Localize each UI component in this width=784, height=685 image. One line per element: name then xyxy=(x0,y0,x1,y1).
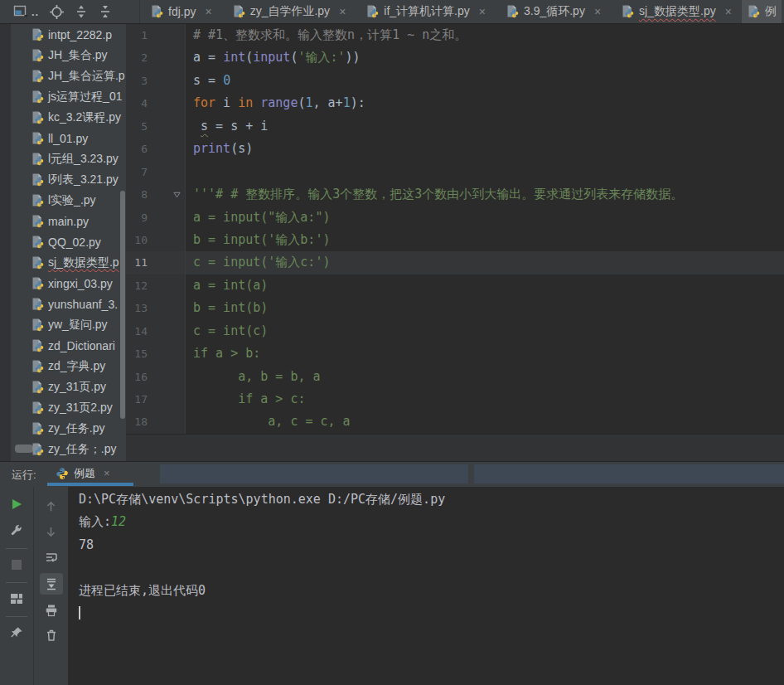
tree-horizontal-scrollbar[interactable] xyxy=(15,445,33,453)
soft-wrap-button[interactable] xyxy=(40,547,63,568)
code-text: if a > c: xyxy=(186,388,305,411)
run-tab-example[interactable]: 例题 × xyxy=(47,462,119,484)
code-text: c = input('输入c:') xyxy=(186,251,330,274)
editor-line-13[interactable]: 13b = int(b) xyxy=(126,297,784,319)
tree-item-kc_3.2课程.py[interactable]: kc_3.2课程.py xyxy=(0,107,126,128)
rerun-button[interactable] xyxy=(5,493,28,515)
toolbar-divider xyxy=(6,548,27,549)
close-tab-icon[interactable]: × xyxy=(339,5,346,18)
editor-line-3[interactable]: 3s = 0 xyxy=(126,70,784,92)
editor-tab-5[interactable]: sj_数据类型.py× xyxy=(611,0,742,23)
next-occurrence-button[interactable] xyxy=(40,521,63,542)
tree-item-zd_字典.py[interactable]: zd_字典.py xyxy=(0,356,126,377)
tree-item-QQ_02.py[interactable]: QQ_02.py xyxy=(0,231,126,252)
run-console-output[interactable]: D:\PC存储\venv\Scripts\python.exe D:/PC存储/… xyxy=(68,487,784,685)
project-dots-label: .. xyxy=(31,6,39,18)
line-number: 2 xyxy=(126,46,148,69)
tree-item-zd_Dictionari[interactable]: zd_Dictionari xyxy=(0,335,126,356)
line-number: 12 xyxy=(126,274,148,297)
code-text: a, c = c, a xyxy=(186,411,351,433)
editor-line-5[interactable]: 5 s = s + i xyxy=(126,115,784,138)
close-tab-icon[interactable]: × xyxy=(594,5,601,18)
python-icon xyxy=(56,467,69,480)
prev-occurrence-button[interactable] xyxy=(40,495,63,517)
editor-line-4[interactable]: 4for i in range(1, a+1): xyxy=(126,92,784,114)
code-editor[interactable]: 1# #1、整数求和。输入整数n，计算1 ~ n之和。2a = int(inpu… xyxy=(126,24,784,434)
tree-item-intpt_2282.p[interactable]: intpt_2282.p xyxy=(0,24,126,45)
pin-tab-button[interactable] xyxy=(5,622,28,644)
fold-arrow-icon[interactable] xyxy=(173,192,181,198)
tree-item-zy_任务.py[interactable]: zy_任务.py xyxy=(0,418,126,439)
editor-tab-6[interactable]: 例 xyxy=(742,0,782,23)
clear-all-button[interactable] xyxy=(40,624,63,646)
project-view-button[interactable]: .. xyxy=(13,5,39,18)
editor-line-9[interactable]: 9a = input("输入a:") xyxy=(126,206,784,229)
editor-tab-1[interactable]: fdj.py× xyxy=(140,0,222,23)
close-run-tab-icon[interactable]: × xyxy=(104,467,110,479)
editor-line-11[interactable]: 11c = input('输入c:') xyxy=(126,251,784,274)
console-line-1: D:\PC存储\venv\Scripts\python.exe D:/PC存储/… xyxy=(79,488,784,511)
editor-line-14[interactable]: 14c = int(c) xyxy=(126,320,784,342)
tree-item-label: JH_集合.py xyxy=(48,48,108,63)
code-text: b = int(b) xyxy=(186,297,268,319)
editor-tab-2[interactable]: zy_自学作业.py× xyxy=(222,0,356,23)
scroll-to-end-button[interactable] xyxy=(40,573,63,595)
tree-item-l列表_3.21.py[interactable]: l列表_3.21.py xyxy=(0,169,126,190)
editor-line-18[interactable]: 18 a, c = c, a xyxy=(126,411,784,433)
python-file-icon xyxy=(31,422,44,435)
tree-item-JH_集合运算.p[interactable]: JH_集合运算.p xyxy=(0,66,126,86)
tree-item-yunshuanf_3.[interactable]: yunshuanf_3. xyxy=(0,294,126,314)
editor-line-15[interactable]: 15if a > b: xyxy=(126,342,784,365)
editor-line-1[interactable]: 1# #1、整数求和。输入整数n，计算1 ~ n之和。 xyxy=(126,24,784,46)
editor-tab-3[interactable]: if_计算机计算.py× xyxy=(356,0,496,23)
collapse-all-button[interactable] xyxy=(99,5,112,18)
gutter: 18 xyxy=(126,411,186,433)
tree-item-main.py[interactable]: main.py xyxy=(0,211,126,231)
gutter: 17 xyxy=(126,388,186,411)
editor-line-16[interactable]: 16 a, b = b, a xyxy=(126,366,784,388)
tree-item-JH_集合.py[interactable]: JH_集合.py xyxy=(0,45,126,66)
python-file-icon xyxy=(31,339,44,352)
line-number: 16 xyxy=(126,366,148,388)
editor-line-17[interactable]: 17 if a > c: xyxy=(126,388,784,411)
code-text: a = int(input('输入:')) xyxy=(186,46,361,69)
tree-item-label: main.py xyxy=(48,215,89,228)
tree-vertical-scrollbar[interactable] xyxy=(120,191,125,419)
code-text: # #1、整数求和。输入整数n，计算1 ~ n之和。 xyxy=(186,24,467,46)
stop-button[interactable] xyxy=(5,554,28,576)
print-button[interactable] xyxy=(40,600,63,621)
settings-button[interactable] xyxy=(5,520,28,542)
tree-item-sj_数据类型.p[interactable]: sj_数据类型.p xyxy=(0,252,126,273)
editor-line-7[interactable]: 7 xyxy=(126,161,784,183)
tree-item-ll_01.py[interactable]: ll_01.py xyxy=(0,128,126,148)
restore-layout-button[interactable] xyxy=(5,588,28,610)
code-text xyxy=(186,161,193,183)
editor-tab-label: 3.9_循环.py xyxy=(524,4,585,19)
tree-item-zy_31页.py[interactable]: zy_31页.py xyxy=(0,377,126,397)
tree-item-yw_疑问.py[interactable]: yw_疑问.py xyxy=(0,314,126,335)
gutter: 8 xyxy=(126,183,186,206)
python-icon xyxy=(56,467,69,480)
editor-line-10[interactable]: 10b = input('输入b:') xyxy=(126,229,784,251)
tree-item-zy_31页2.py[interactable]: zy_31页2.py xyxy=(0,397,126,418)
toolbar-divider xyxy=(6,582,27,583)
tree-item-xingxi_03.py[interactable]: xingxi_03.py xyxy=(0,273,126,294)
tree-item-js运算过程_01[interactable]: js运算过程_01 xyxy=(0,86,126,107)
python-file-icon xyxy=(31,277,44,290)
editor-tab-4[interactable]: 3.9_循环.py× xyxy=(496,0,611,23)
locate-file-button[interactable] xyxy=(50,5,64,19)
expand-all-button[interactable] xyxy=(75,5,88,18)
editor-line-6[interactable]: 6print(s) xyxy=(126,138,784,160)
close-tab-icon[interactable]: × xyxy=(725,5,732,18)
gutter: 6 xyxy=(126,138,186,160)
tree-item-label: zy_31页2.py xyxy=(48,401,113,415)
line-number: 9 xyxy=(126,206,148,229)
console-cursor-line xyxy=(79,602,784,624)
editor-line-12[interactable]: 12a = int(a) xyxy=(126,274,784,297)
close-tab-icon[interactable]: × xyxy=(479,5,486,18)
editor-line-8[interactable]: 8'''# # 整数排序。输入3个整数，把这3个数由小到大输出。要求通过列表来存… xyxy=(126,183,784,206)
tree-item-l元组_3.23.py[interactable]: l元组_3.23.py xyxy=(0,148,126,169)
close-tab-icon[interactable]: × xyxy=(205,5,211,18)
tree-item-l实验_.py[interactable]: l实验_.py xyxy=(0,190,126,211)
editor-line-2[interactable]: 2a = int(input('输入:')) xyxy=(126,46,784,69)
